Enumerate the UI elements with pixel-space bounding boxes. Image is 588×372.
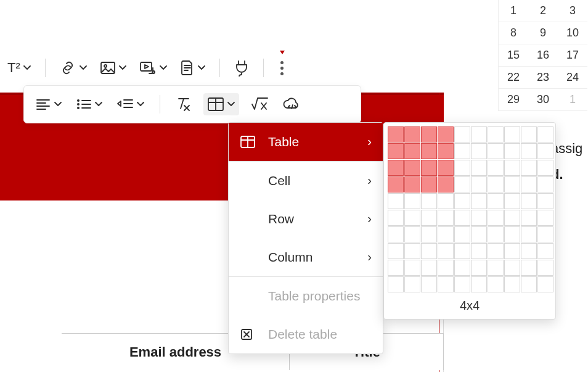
- grid-cell[interactable]: [504, 160, 520, 176]
- grid-cell[interactable]: [404, 193, 420, 209]
- grid-cell[interactable]: [454, 160, 470, 176]
- grid-cell[interactable]: [521, 260, 537, 276]
- grid-cell[interactable]: [471, 226, 487, 242]
- calendar-day[interactable]: 1: [499, 0, 528, 22]
- grid-cell[interactable]: [488, 210, 504, 226]
- grid-cell[interactable]: [404, 260, 420, 276]
- grid-cell[interactable]: [438, 210, 454, 226]
- grid-cell[interactable]: [471, 210, 487, 226]
- grid-cell[interactable]: [521, 243, 537, 259]
- grid-cell[interactable]: [421, 193, 437, 209]
- menu-item-cell[interactable]: Cell ›: [229, 162, 383, 200]
- grid-cell[interactable]: [471, 176, 487, 192]
- calendar-day[interactable]: 23: [528, 67, 558, 89]
- calendar-day[interactable]: 16: [528, 44, 558, 67]
- bullet-list-button[interactable]: [73, 93, 105, 115]
- grid-cell[interactable]: [537, 260, 553, 276]
- grid-cell[interactable]: [404, 126, 420, 143]
- grid-cell[interactable]: [488, 193, 504, 209]
- grid-cell[interactable]: [438, 176, 454, 192]
- grid-cell[interactable]: [404, 210, 420, 226]
- grid-cell[interactable]: [438, 260, 454, 276]
- grid-cell[interactable]: [454, 193, 470, 209]
- embed-button[interactable]: [280, 93, 303, 115]
- grid-cell[interactable]: [521, 160, 537, 176]
- grid-cell[interactable]: [537, 226, 553, 242]
- calendar-day[interactable]: 15: [499, 44, 528, 67]
- grid-cell[interactable]: [421, 126, 437, 143]
- grid-cell[interactable]: [421, 226, 437, 242]
- grid-cell[interactable]: [521, 143, 537, 159]
- grid-cell[interactable]: [454, 276, 470, 292]
- grid-cell[interactable]: [388, 226, 404, 242]
- grid-cell[interactable]: [488, 226, 504, 242]
- grid-cell[interactable]: [537, 160, 553, 176]
- media-button[interactable]: [137, 57, 170, 79]
- grid-cell[interactable]: [537, 126, 553, 143]
- grid-cell[interactable]: [504, 210, 520, 226]
- grid-cell[interactable]: [471, 143, 487, 159]
- grid-cell[interactable]: [488, 160, 504, 176]
- grid-cell[interactable]: [504, 243, 520, 259]
- menu-item-column[interactable]: Column ›: [229, 238, 383, 276]
- align-button[interactable]: [33, 93, 65, 115]
- grid-cell[interactable]: [537, 276, 553, 292]
- calendar-day[interactable]: 24: [558, 67, 587, 89]
- grid-cell[interactable]: [404, 143, 420, 159]
- grid-cell[interactable]: [454, 126, 470, 143]
- grid-cell[interactable]: [388, 260, 404, 276]
- grid-cell[interactable]: [471, 243, 487, 259]
- calendar-day[interactable]: 10: [558, 22, 587, 44]
- grid-cell[interactable]: [438, 160, 454, 176]
- grid-cell[interactable]: [488, 243, 504, 259]
- document-button[interactable]: [178, 57, 208, 79]
- grid-cell[interactable]: [404, 276, 420, 292]
- grid-cell[interactable]: [537, 143, 553, 159]
- grid-cell[interactable]: [421, 176, 437, 192]
- grid-cell[interactable]: [521, 226, 537, 242]
- grid-cell[interactable]: [521, 276, 537, 292]
- menu-item-row[interactable]: Row ›: [229, 200, 383, 238]
- grid-cell[interactable]: [537, 243, 553, 259]
- superscript-button[interactable]: T²: [5, 57, 34, 79]
- grid-cell[interactable]: [438, 226, 454, 242]
- grid-cell[interactable]: [388, 126, 404, 143]
- calendar-day[interactable]: 30: [528, 89, 558, 111]
- grid-cell[interactable]: [388, 276, 404, 292]
- grid-cell[interactable]: [404, 160, 420, 176]
- grid-cell[interactable]: [537, 210, 553, 226]
- calendar-day[interactable]: 1: [558, 89, 587, 111]
- grid-cell[interactable]: [438, 126, 454, 143]
- calendar-day[interactable]: 17: [558, 44, 587, 67]
- calendar-day[interactable]: 8: [499, 22, 528, 44]
- grid-cell[interactable]: [504, 226, 520, 242]
- grid-cell[interactable]: [404, 243, 420, 259]
- grid-cell[interactable]: [421, 276, 437, 292]
- grid-cell[interactable]: [454, 176, 470, 192]
- grid-cell[interactable]: [521, 193, 537, 209]
- grid[interactable]: [388, 126, 552, 292]
- calendar-day[interactable]: 29: [499, 89, 528, 111]
- more-button[interactable]: [275, 57, 290, 79]
- grid-cell[interactable]: [454, 243, 470, 259]
- grid-cell[interactable]: [438, 193, 454, 209]
- grid-cell[interactable]: [421, 243, 437, 259]
- calendar-day[interactable]: 22: [499, 67, 528, 89]
- grid-cell[interactable]: [388, 160, 404, 176]
- grid-cell[interactable]: [504, 260, 520, 276]
- grid-cell[interactable]: [488, 143, 504, 159]
- grid-cell[interactable]: [504, 176, 520, 192]
- grid-cell[interactable]: [454, 260, 470, 276]
- grid-cell[interactable]: [404, 176, 420, 192]
- grid-cell[interactable]: [537, 193, 553, 209]
- grid-cell[interactable]: [488, 126, 504, 143]
- grid-cell[interactable]: [488, 260, 504, 276]
- grid-cell[interactable]: [454, 210, 470, 226]
- grid-cell[interactable]: [421, 160, 437, 176]
- grid-cell[interactable]: [388, 210, 404, 226]
- grid-cell[interactable]: [471, 160, 487, 176]
- table-button[interactable]: [203, 93, 239, 115]
- grid-cell[interactable]: [521, 176, 537, 192]
- grid-cell[interactable]: [438, 143, 454, 159]
- grid-cell[interactable]: [471, 260, 487, 276]
